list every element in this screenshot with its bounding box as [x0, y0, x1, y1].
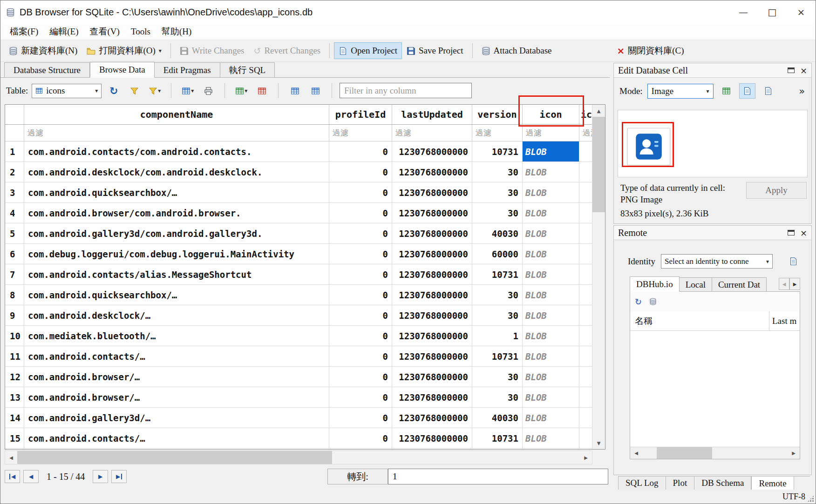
close-button[interactable]: ×	[787, 0, 816, 24]
cell-profileId[interactable]: 0	[329, 428, 392, 448]
more-tools-chevron-icon[interactable]: »	[799, 86, 807, 97]
cell-version[interactable]: 30	[472, 285, 523, 305]
horizontal-scrollbar[interactable]: ◀ ▶	[5, 450, 592, 464]
remote-tab-dbhub[interactable]: DBHub.io	[630, 276, 680, 292]
cell-lastUpdated[interactable]: 1230768000000	[392, 428, 472, 448]
remote-scroll-left-icon[interactable]: ◀	[630, 447, 642, 459]
scroll-up-arrow-icon[interactable]: ▲	[592, 105, 605, 117]
filter-options-button[interactable]: ▾	[146, 83, 163, 99]
column-visibility-button[interactable]	[307, 83, 324, 99]
global-filter-input[interactable]	[340, 83, 472, 98]
close-panel-icon[interactable]: ×	[800, 66, 807, 75]
new-database-button[interactable]: 新建資料庫(N)	[4, 41, 82, 60]
cell-version[interactable]: 30	[472, 367, 523, 387]
cell-lastUpdated[interactable]: 1230768000000	[392, 203, 472, 223]
cell-profileId[interactable]: 0	[329, 305, 392, 325]
menu-help[interactable]: 幫助(H)	[156, 24, 197, 39]
attach-database-button[interactable]: Attach Database	[477, 42, 557, 59]
menu-view[interactable]: 查看(V)	[84, 24, 125, 39]
goto-button[interactable]: 轉到:	[327, 469, 388, 484]
cell-profileId[interactable]: 0	[329, 264, 392, 284]
table-row[interactable]: 11 com.android.contacts/… 0 123076800000…	[5, 346, 592, 367]
cell-version[interactable]: 10731	[472, 346, 523, 366]
remote-settings-button[interactable]	[785, 254, 802, 269]
filter-version[interactable]: 過濾	[472, 125, 523, 141]
table-row[interactable]: 14 com.android.gallery3d/… 0 12307680000…	[5, 408, 592, 428]
column-header-version[interactable]: version	[472, 105, 523, 124]
table-row[interactable]: 4 com.android.browser/com.android.browse…	[5, 203, 592, 223]
cell-version[interactable]: 30	[472, 305, 523, 325]
table-row[interactable]: 13 com.android.browser/… 0 1230768000000…	[5, 387, 592, 408]
menu-tools[interactable]: Tools	[125, 25, 156, 38]
table-row[interactable]: 5 com.android.gallery3d/com.android.gall…	[5, 223, 592, 244]
filter-overflow[interactable]: 過濾	[579, 125, 592, 141]
remote-refresh-icon[interactable]: ↻	[635, 297, 642, 307]
import-data-button[interactable]	[718, 83, 734, 99]
cell-icon-blob[interactable]: BLOB	[523, 285, 579, 305]
cell-profileId[interactable]: 0	[329, 285, 392, 305]
clone-database-icon[interactable]	[649, 298, 657, 305]
cell-icon-blob[interactable]: BLOB	[523, 428, 579, 448]
table-row[interactable]: 9 com.android.deskclock/… 0 123076800000…	[5, 305, 592, 326]
cell-lastUpdated[interactable]: 1230768000000	[392, 346, 472, 366]
cell-lastUpdated[interactable]: 1230768000000	[392, 182, 472, 202]
cell-version[interactable]: 30	[472, 162, 523, 182]
cell-version[interactable]: 30	[472, 387, 523, 407]
identity-select[interactable]: Select an identity to conne ▾	[661, 254, 773, 269]
first-page-button[interactable]: ◀	[5, 470, 20, 483]
mode-select[interactable]: Image ▾	[647, 84, 714, 99]
remote-scrollbar-thumb[interactable]	[657, 447, 712, 459]
cell-lastUpdated[interactable]: 1230768000000	[392, 387, 472, 407]
cell-icon-blob[interactable]: BLOB	[523, 408, 579, 428]
cell-icon-blob[interactable]: BLOB	[523, 346, 579, 366]
cell-lastUpdated[interactable]: 1230768000000	[392, 162, 472, 182]
cell-version[interactable]: 40030	[472, 408, 523, 428]
revert-changes-button[interactable]: ↺ Revert Changes	[249, 42, 326, 59]
cell-componentName[interactable]: com.mediatek.bluetooth/…	[24, 326, 329, 346]
table-row[interactable]: 7 com.android.contacts/alias.MessageShor…	[5, 264, 592, 285]
insert-record-button[interactable]: ▾	[179, 83, 196, 99]
tab-scroll-left-button[interactable]: ◀	[779, 278, 789, 290]
delete-record-button[interactable]	[253, 83, 270, 99]
scroll-left-arrow-icon[interactable]: ◀	[5, 451, 17, 464]
row-number[interactable]: 5	[5, 223, 24, 243]
dock-tab-sql-log[interactable]: SQL Log	[618, 477, 666, 490]
column-header-overflow[interactable]: ic	[579, 105, 592, 124]
dock-tab-db-schema[interactable]: DB Schema	[694, 477, 751, 490]
remote-tab-local[interactable]: Local	[680, 277, 712, 291]
tab-browse-data[interactable]: Browse Data	[90, 62, 155, 78]
cell-version[interactable]: 60000	[472, 244, 523, 264]
float-panel-icon[interactable]	[788, 230, 795, 235]
apply-button[interactable]: Apply	[746, 182, 807, 199]
cell-lastUpdated[interactable]: 1230768000000	[392, 223, 472, 243]
row-number[interactable]: 15	[5, 428, 24, 448]
remote-tab-current-database[interactable]: Current Dat	[712, 277, 767, 291]
close-database-button[interactable]: × 關閉資料庫(C)	[612, 41, 689, 60]
cell-componentName[interactable]: com.android.contacts/alias.MessageShortc…	[24, 264, 329, 284]
tab-scroll-right-button[interactable]: ▶	[789, 278, 800, 290]
open-database-button[interactable]: 打開資料庫(O) ▾	[82, 41, 166, 60]
scroll-right-arrow-icon[interactable]: ▶	[580, 451, 592, 464]
cell-version[interactable]: 10731	[472, 428, 523, 448]
table-row[interactable]: 3 com.android.quicksearchbox/… 0 1230768…	[5, 182, 592, 203]
open-project-button[interactable]: Open Project	[334, 42, 402, 59]
row-number[interactable]: 14	[5, 408, 24, 428]
close-panel-icon[interactable]: ×	[800, 228, 807, 238]
cell-lastUpdated[interactable]: 1230768000000	[392, 264, 472, 284]
row-number[interactable]: 9	[5, 305, 24, 325]
cell-profileId[interactable]: 0	[329, 162, 392, 182]
horizontal-scrollbar-thumb[interactable]	[17, 451, 332, 464]
cell-profileId[interactable]: 0	[329, 408, 392, 428]
refresh-table-button[interactable]: ↻	[105, 83, 122, 99]
cell-profileId[interactable]: 0	[329, 326, 392, 346]
cell-icon-blob[interactable]: BLOB	[523, 244, 579, 264]
cell-version[interactable]: 1	[472, 326, 523, 346]
cell-componentName[interactable]: com.android.quicksearchbox/…	[24, 182, 329, 202]
remote-horizontal-scrollbar[interactable]: ◀ ▶	[630, 447, 800, 459]
vertical-scrollbar[interactable]: ▲ ▼	[592, 105, 605, 449]
previous-page-button[interactable]: ◀	[23, 470, 39, 483]
filter-lastUpdated[interactable]: 過濾	[392, 125, 472, 141]
column-header-profileId[interactable]: profileId	[329, 105, 392, 124]
cell-icon-blob[interactable]: BLOB	[523, 203, 579, 223]
encoding-indicator[interactable]: UTF-8	[782, 492, 805, 502]
